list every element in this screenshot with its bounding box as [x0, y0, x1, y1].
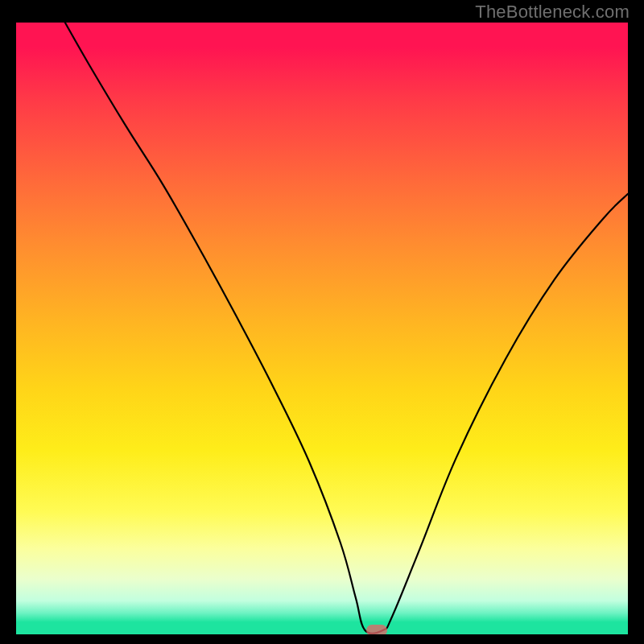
watermark-text: TheBottleneck.com — [475, 2, 630, 23]
optimal-point-marker — [366, 625, 387, 634]
chart-frame: TheBottleneck.com — [0, 0, 644, 644]
bottleneck-curve — [16, 23, 628, 634]
plot-area — [16, 23, 628, 634]
